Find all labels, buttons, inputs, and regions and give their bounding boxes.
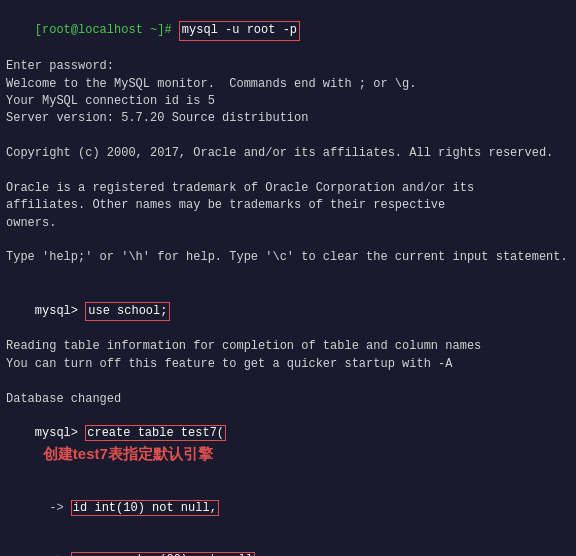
create-id-line: id int(10) not null, xyxy=(71,500,219,516)
line-cont2: -> name varchar(20) not null xyxy=(6,535,570,556)
line-root-cmd: [root@localhost ~]# mysql -u root -p xyxy=(6,4,570,58)
line-turn-off: You can turn off this feature to get a q… xyxy=(6,356,570,373)
line-copyright: Copyright (c) 2000, 2017, Oracle and/or … xyxy=(6,145,570,162)
mysql-prompt-2: mysql> xyxy=(35,426,85,440)
mysql-prompt-1: mysql> xyxy=(35,304,85,318)
blank4 xyxy=(6,267,570,284)
line-enter-password: Enter password: xyxy=(6,58,570,75)
line-db-changed: Database changed xyxy=(6,391,570,408)
line-reading-table: Reading table information for completion… xyxy=(6,338,570,355)
terminal-window: [root@localhost ~]# mysql -u root -p Ent… xyxy=(0,0,576,556)
create-table-cmd: create table test7( xyxy=(85,425,226,441)
root-prompt: [root@localhost ~]# xyxy=(35,23,179,37)
blank5 xyxy=(6,373,570,390)
line-oracle1: Oracle is a registered trademark of Orac… xyxy=(6,180,570,197)
line-connection-id: Your MySQL connection id is 5 xyxy=(6,93,570,110)
blank1 xyxy=(6,128,570,145)
line-server-version: Server version: 5.7.20 Source distributi… xyxy=(6,110,570,127)
line-oracle3: owners. xyxy=(6,215,570,232)
root-command: mysql -u root -p xyxy=(179,21,300,40)
line-oracle2: affiliates. Other names may be trademark… xyxy=(6,197,570,214)
line-help: Type 'help;' or '\h' for help. Type '\c'… xyxy=(6,249,570,266)
line-welcome: Welcome to the MySQL monitor. Commands e… xyxy=(6,76,570,93)
use-school-cmd: use school; xyxy=(85,302,170,321)
create-name-line: name varchar(20) not null xyxy=(71,552,255,556)
line-cont1: -> id int(10) not null, xyxy=(6,483,570,535)
blank3 xyxy=(6,232,570,249)
line-create-table: mysql> create table test7( 创建test7表指定默认引… xyxy=(6,408,570,483)
blank2 xyxy=(6,163,570,180)
line-use-school: mysql> use school; xyxy=(6,284,570,338)
annotation-create: 创建test7表指定默认引擎 xyxy=(43,445,213,462)
